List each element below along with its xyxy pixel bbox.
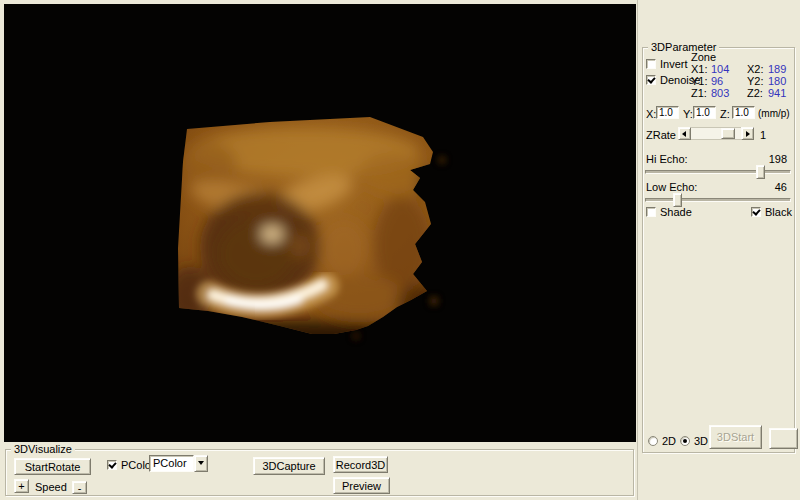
zrate-scrollbar-track[interactable] [691,127,741,140]
hi-echo-value: 198 [769,153,787,165]
scroll-right-icon [746,131,750,137]
x-scale-field[interactable] [656,106,679,119]
radio-circle-icon [648,436,658,446]
invert-checkbox-box [646,59,656,69]
scale-unit-label: (mm/p) [758,108,790,120]
hi-echo-slider[interactable] [645,165,791,179]
3dvisualize-group-title: 3DVisualize [11,443,75,455]
zone-y1-value: 96 [711,75,747,87]
mode-2d-radio[interactable]: 2D [648,435,676,447]
zone-x1-label: X1: [691,63,711,75]
ultrasound-render-icon [4,4,636,442]
zone-y2-value: 180 [768,75,786,87]
black-checkbox-box [751,207,761,217]
zone-y1-label: Y1: [691,75,711,87]
3dvisualize-group: 3DVisualize StartRotate + Speed - PColor… [5,449,634,496]
pcolor-dropdown-button[interactable] [194,455,208,472]
zrate-scrollbar[interactable] [678,127,754,140]
radio-circle-icon [680,436,690,446]
zone-y2-label: Y2: [747,75,768,87]
shade-checkbox[interactable]: Shade [646,206,692,218]
3dcapture-button[interactable]: 3DCapture [253,457,325,475]
low-echo-slider-track[interactable] [645,198,791,202]
shade-checkbox-box [646,207,656,217]
mode-3d-radio[interactable]: 3D [680,435,708,447]
start-rotate-button[interactable]: StartRotate [14,458,91,475]
z-scale-field[interactable] [732,106,755,119]
zrate-label: ZRate [646,129,676,141]
zone-z2-value: 941 [768,87,786,99]
hi-echo-slider-thumb[interactable] [756,165,765,179]
ok-button[interactable] [769,428,798,449]
check-icon [752,207,760,216]
zone-z1-label: Z1: [691,87,711,99]
z-scale-label: Z: [720,108,730,120]
y-scale-field[interactable] [693,106,716,119]
black-checkbox[interactable]: Black [751,206,792,218]
scroll-left-icon [682,131,686,137]
zone-row-x: X1:104X2:189 [691,63,786,75]
zone-label: Zone [691,51,716,63]
invert-checkbox-label: Invert [660,58,688,70]
hi-echo-slider-track[interactable] [645,170,791,174]
zrate-scroll-left-button[interactable] [678,127,691,140]
zone-x1-value: 104 [711,63,747,75]
record3d-button[interactable]: Record3D [333,456,388,473]
hi-echo-label: Hi Echo: [646,153,688,165]
zone-row-z: Z1:803Z2:941 [691,87,786,99]
app-window: { "colors": { "panel": "#ece9d8", "value… [0,0,800,500]
low-echo-slider-thumb[interactable] [673,193,682,207]
denoise-checkbox-box [646,75,656,85]
zrate-value: 1 [760,129,766,141]
zone-z2-label: Z2: [747,87,768,99]
speed-plus-button[interactable]: + [14,479,29,493]
3dparameter-group: 3DParameter Invert Denoise Zone X1:104X2… [642,47,795,453]
3dstart-button[interactable]: 3DStart [709,425,762,449]
invert-checkbox[interactable]: Invert [646,58,688,70]
zone-row-y: Y1:96Y2:180 [691,75,786,87]
preview-button[interactable]: Preview [333,477,390,494]
y-scale-label: Y: [683,108,693,120]
speed-minus-button[interactable]: - [72,481,87,494]
zone-x2-value: 189 [768,63,786,75]
speed-label: Speed [35,481,67,493]
radio-dot-icon [683,439,687,443]
zrate-scroll-right-button[interactable] [741,127,754,140]
low-echo-value: 46 [775,181,787,193]
parameter-panel: 3DParameter Invert Denoise Zone X1:104X2… [637,0,800,500]
pcolor-dropdown-value: PColor [149,455,194,472]
zrate-scrollbar-thumb[interactable] [721,128,735,139]
mode-2d-radio-label: 2D [662,435,676,447]
check-icon [108,460,116,469]
3d-viewport[interactable] [4,4,636,442]
shade-checkbox-label: Shade [660,206,692,218]
black-checkbox-label: Black [765,206,792,218]
check-icon [647,75,655,84]
pcolor-dropdown[interactable]: PColor [149,455,208,472]
chevron-down-icon [198,461,204,465]
zone-z1-value: 803 [711,87,747,99]
pcolor-checkbox[interactable]: PColor [107,459,155,471]
mode-3d-radio-label: 3D [694,435,708,447]
zone-x2-label: X2: [747,63,768,75]
x-scale-label: X: [646,108,656,120]
low-echo-label: Low Echo: [646,181,697,193]
pcolor-checkbox-box [107,460,117,470]
low-echo-slider[interactable] [645,193,791,207]
